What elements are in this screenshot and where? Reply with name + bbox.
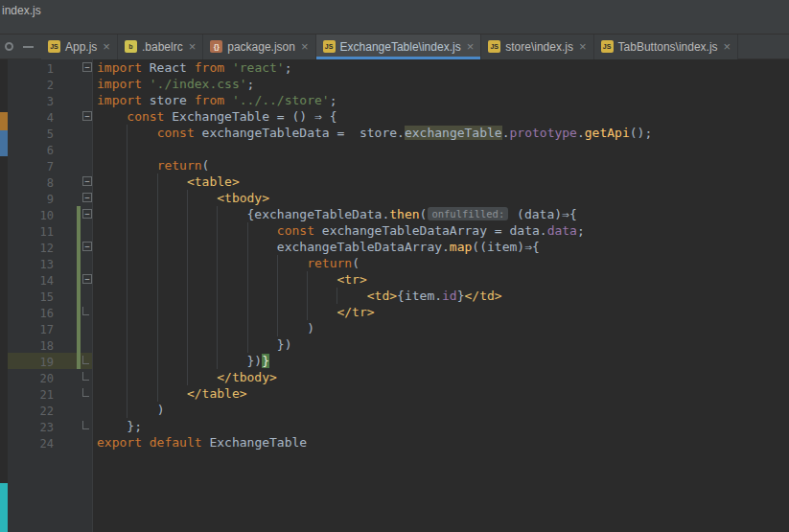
code-line[interactable]: </tr>: [93, 304, 789, 320]
code-token: return: [157, 158, 202, 173]
code-token: [97, 207, 247, 221]
code-line[interactable]: };: [93, 418, 789, 434]
code-line[interactable]: <td>{item.id}</td>: [93, 288, 789, 304]
gutter-row: 7: [8, 157, 92, 173]
code-line[interactable]: exchangeTableDataArray.map((item)⇒{: [93, 239, 789, 255]
fold-marker-icon[interactable]: −: [82, 193, 92, 202]
code-token: [97, 174, 187, 189]
code-token: id: [442, 289, 457, 303]
dash-icon[interactable]: [23, 46, 34, 48]
code-token: [97, 386, 187, 401]
code-token: ;: [330, 93, 337, 107]
gutter-row: 9−: [8, 190, 92, 206]
editor-tab[interactable]: {}package.json×: [203, 35, 315, 59]
code-token: [97, 403, 157, 417]
ide-window: index.js JSApp.js×b.babelrc×{}package.js…: [0, 0, 789, 532]
gutter-row: 13: [8, 255, 92, 271]
code-token: [97, 240, 277, 254]
code-line[interactable]: import store from '../../store';: [93, 92, 789, 108]
code-line[interactable]: ): [93, 402, 789, 418]
code-token: exchangeTableDataArray = data.: [314, 223, 547, 238]
code-line[interactable]: ): [93, 320, 789, 336]
code-line[interactable]: const ExchangeTable = () ⇒ {: [93, 108, 789, 125]
code-token: import: [97, 60, 142, 75]
close-icon[interactable]: ×: [301, 40, 309, 53]
code-line[interactable]: </table>: [93, 385, 789, 402]
circle-icon[interactable]: [5, 42, 13, 51]
gutter-row: 8−: [8, 173, 92, 190]
editor-tab[interactable]: JSExchangeTable\index.js×: [316, 35, 482, 59]
code-token: ): [307, 321, 314, 335]
code-token: ): [157, 403, 165, 417]
fold-marker-icon[interactable]: −: [82, 111, 92, 121]
code-line[interactable]: <tr>: [93, 271, 789, 288]
fold-marker-icon[interactable]: −: [82, 62, 92, 72]
code-token: getApi: [585, 126, 630, 140]
code-line[interactable]: return(: [93, 157, 789, 173]
code-token: [142, 77, 150, 91]
editor-tab[interactable]: b.babelrc×: [118, 35, 203, 59]
code-line[interactable]: export default ExchangeTable: [93, 434, 789, 451]
fold-marker-icon[interactable]: [82, 388, 89, 397]
code-line[interactable]: const exchangeTableDataArray = data.data…: [93, 222, 789, 239]
fold-marker-icon[interactable]: −: [82, 274, 92, 284]
code-token: map: [450, 240, 472, 254]
code-line[interactable]: return(: [93, 255, 789, 271]
gutter-row: 11: [8, 222, 92, 239]
code-token: <tbody>: [217, 191, 269, 205]
code-line[interactable]: import React from 'react';: [93, 59, 789, 76]
gutter-row: 4−: [8, 108, 92, 125]
code-line[interactable]: </tbody>: [93, 369, 789, 385]
fold-marker-icon[interactable]: −: [82, 242, 92, 251]
editor-tab[interactable]: JSTabButtons\index.js×: [594, 35, 739, 59]
code-line[interactable]: {exchangeTableData.then(onfulfilled: (da…: [93, 206, 789, 222]
close-icon[interactable]: ×: [467, 40, 475, 53]
fold-marker-icon[interactable]: [82, 372, 89, 381]
close-icon[interactable]: ×: [579, 40, 587, 53]
gutter-row: 5: [8, 125, 92, 141]
code-token: </tbody>: [217, 370, 277, 384]
close-icon[interactable]: ×: [189, 40, 197, 53]
fold-marker-icon[interactable]: −: [82, 209, 92, 219]
fold-marker-icon[interactable]: [82, 421, 89, 429]
parameter-hint: onfulfilled:: [428, 207, 508, 220]
code-line[interactable]: const exchangeTableData = store.exchange…: [93, 125, 789, 141]
code-token: ExchangeTable = () ⇒ {: [164, 109, 336, 124]
close-icon[interactable]: ×: [103, 40, 110, 53]
npm-file-icon: {}: [210, 40, 222, 53]
code-token: </td>: [465, 289, 502, 303]
code-token: [224, 93, 232, 107]
code-token: 'react': [232, 60, 285, 75]
code-token: }: [457, 289, 465, 303]
code-line[interactable]: <table>: [93, 173, 789, 190]
code-token: [97, 354, 247, 368]
code-token: [97, 321, 307, 335]
fold-marker-icon[interactable]: [82, 307, 89, 315]
line-number: 24: [8, 436, 59, 452]
code-line[interactable]: import './index.css';: [93, 76, 789, 92]
gutter-row: 10−: [8, 206, 92, 222]
code-line[interactable]: })}: [93, 353, 789, 369]
code-line[interactable]: }): [93, 336, 789, 353]
code-line[interactable]: [93, 141, 789, 157]
code-token: [97, 419, 127, 433]
code-token: (: [352, 256, 360, 270]
code-token: .: [502, 126, 510, 140]
vcs-change-bar: [77, 304, 81, 320]
tabs-container: JSApp.js×b.babelrc×{}package.json×JSExch…: [41, 35, 738, 59]
fold-marker-icon[interactable]: [82, 356, 89, 364]
code-token: [97, 256, 307, 270]
editor-tab[interactable]: JSApp.js×: [41, 35, 118, 59]
code-token: {item.: [397, 289, 442, 303]
close-icon[interactable]: ×: [724, 40, 731, 53]
code-token: [97, 126, 157, 140]
code-token: [97, 223, 277, 238]
code-token: [97, 158, 157, 173]
code-editor[interactable]: import React from 'react';import './inde…: [92, 59, 789, 532]
code-line[interactable]: <tbody>: [93, 190, 789, 206]
gutter-row: 6: [8, 141, 92, 157]
code-token: [97, 289, 367, 303]
editor-tab[interactable]: JSstore\index.js×: [481, 35, 593, 59]
fold-marker-icon[interactable]: −: [82, 176, 92, 186]
tab-label: TabButtons\index.js: [618, 40, 718, 54]
